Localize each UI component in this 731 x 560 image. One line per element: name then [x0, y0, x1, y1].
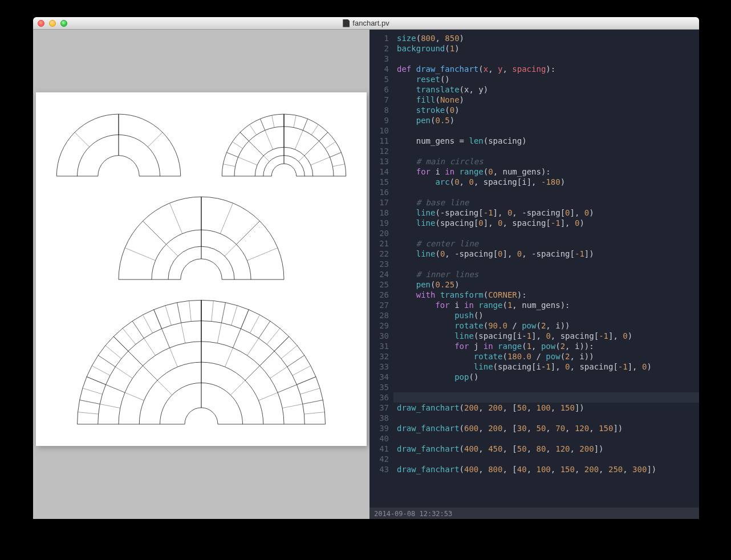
svg-line-24 [240, 132, 249, 141]
svg-line-107 [300, 388, 320, 395]
svg-line-89 [143, 315, 152, 333]
svg-line-83 [92, 366, 110, 375]
svg-line-93 [189, 301, 192, 321]
svg-line-109 [304, 412, 324, 415]
traffic-lights [38, 20, 67, 27]
line-gutter: 1234567891011121314151617181920212223242… [369, 30, 393, 508]
svg-line-35 [332, 164, 344, 167]
code-area[interactable]: size(800, 850)background(1) def draw_fan… [393, 30, 699, 508]
svg-line-105 [293, 366, 311, 375]
editor-pane: 1234567891011121314151617181920212223242… [369, 30, 699, 519]
svg-line-26 [260, 119, 265, 130]
status-bar: 2014-09-08 12:32:53 [369, 508, 699, 519]
svg-line-31 [311, 124, 318, 135]
svg-line-84 [98, 355, 115, 367]
svg-line-102 [274, 336, 289, 351]
svg-line-88 [132, 321, 144, 338]
svg-line-108 [303, 400, 323, 404]
svg-line-29 [294, 115, 296, 127]
filename-label: fanchart.pv [352, 19, 389, 27]
svg-line-80 [80, 400, 100, 404]
svg-line-27 [272, 115, 274, 127]
zoom-icon[interactable] [60, 20, 67, 27]
svg-line-6 [148, 132, 163, 147]
svg-line-85 [105, 346, 121, 359]
svg-line-98 [241, 310, 249, 328]
svg-line-33 [325, 141, 335, 148]
minimize-icon[interactable] [49, 20, 56, 27]
svg-line-82 [87, 377, 105, 385]
svg-line-81 [83, 388, 103, 395]
svg-line-21 [223, 164, 235, 167]
svg-line-91 [165, 306, 172, 326]
svg-line-44 [143, 221, 166, 245]
svg-line-103 [281, 346, 297, 359]
svg-line-22 [227, 152, 238, 157]
content-area: 1234567891011121314151617181920212223242… [33, 30, 699, 519]
svg-line-23 [233, 141, 243, 148]
svg-line-95 [212, 301, 214, 321]
code-editor[interactable]: 1234567891011121314151617181920212223242… [369, 30, 699, 508]
svg-line-43 [125, 248, 156, 261]
status-timestamp: 2014-09-08 12:32:53 [374, 510, 452, 518]
preview-pane[interactable] [33, 30, 369, 519]
close-icon[interactable] [38, 20, 44, 27]
svg-line-34 [330, 152, 341, 157]
svg-line-86 [113, 336, 128, 351]
svg-line-48 [237, 221, 260, 245]
svg-line-79 [78, 412, 99, 415]
svg-line-106 [297, 377, 315, 385]
svg-line-45 [170, 203, 182, 234]
svg-line-92 [177, 303, 181, 323]
window-title: fanchart.pv [33, 19, 699, 27]
document-icon [343, 19, 350, 27]
svg-line-87 [123, 328, 136, 344]
svg-line-97 [232, 306, 238, 326]
svg-line-104 [287, 355, 304, 367]
svg-line-32 [319, 132, 328, 141]
app-window: fanchart.pv 1234567891011121314151617181… [33, 17, 699, 519]
svg-line-4 [75, 132, 90, 147]
svg-line-47 [220, 203, 233, 234]
svg-line-100 [259, 321, 270, 338]
svg-line-30 [303, 119, 307, 130]
svg-line-96 [221, 303, 225, 323]
svg-line-99 [250, 315, 259, 333]
svg-line-49 [247, 248, 278, 261]
svg-line-25 [250, 124, 257, 135]
titlebar[interactable]: fanchart.pv [33, 17, 699, 30]
preview-canvas [36, 92, 367, 446]
svg-line-101 [267, 328, 280, 344]
svg-line-90 [154, 310, 162, 328]
